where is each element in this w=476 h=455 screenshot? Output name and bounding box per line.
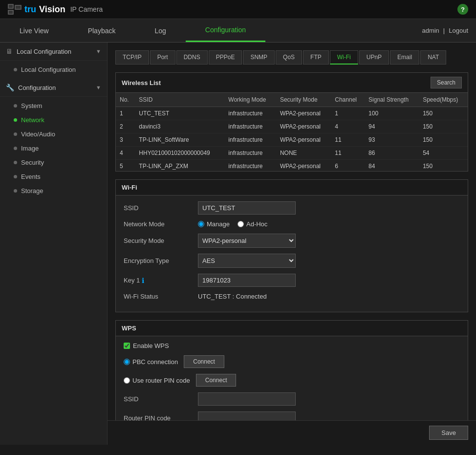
table-row[interactable]: 5TP-LINK_AP_ZXMinfrastructureWPA2-person…	[116, 160, 468, 172]
tab-nat[interactable]: NAT	[420, 50, 446, 65]
wps-router-pin-input[interactable]	[198, 412, 296, 420]
table-cell-speed: 150	[419, 120, 468, 133]
tab-ftp[interactable]: FTP	[303, 50, 329, 65]
sidebar-header-local-config[interactable]: 🖥 Local Configuration ▼	[0, 43, 107, 61]
tab-ddns[interactable]: DDNS	[176, 50, 208, 65]
col-speed: Speed(Mbps)	[419, 93, 468, 107]
nav-live-view[interactable]: Live View	[0, 20, 68, 42]
table-cell-speed: 150	[419, 160, 468, 172]
wifi-key1-label: Key 1 ℹ	[124, 277, 192, 284]
table-cell-speed: 150	[419, 107, 468, 120]
sidebar-item-image[interactable]: Image	[0, 141, 107, 155]
col-ssid: SSID	[135, 93, 224, 107]
sidebar-item-local-configuration[interactable]: Local Configuration	[0, 63, 107, 77]
wifi-panel: Wi-Fi SSID Network Mode Manage	[115, 179, 468, 312]
table-cell-channel: 1	[331, 107, 365, 120]
wifi-security-mode-select[interactable]: WPA2-personal WPA-personal WEP NONE	[198, 234, 296, 248]
search-button[interactable]: Search	[431, 77, 462, 88]
table-cell-channel: 6	[331, 160, 365, 172]
brand-vision: Vision	[39, 4, 65, 15]
sidebar-item-label: Events	[21, 173, 41, 180]
sidebar-item-storage[interactable]: Storage	[0, 184, 107, 198]
tab-wifi[interactable]: Wi-Fi	[330, 50, 358, 65]
tab-email[interactable]: Email	[390, 50, 419, 65]
wps-pbc-label: PBC connection	[132, 358, 178, 366]
table-cell-working_mode: infrastructure	[224, 160, 276, 172]
wps-ssid-input[interactable]	[198, 392, 296, 406]
nav-separator: |	[443, 27, 445, 34]
wifi-manage-radio[interactable]	[198, 221, 204, 227]
table-cell-working_mode: infrastructure	[224, 133, 276, 147]
table-row[interactable]: 2davinci3infrastructureWPA2-personal4941…	[116, 120, 468, 133]
sidebar-item-security[interactable]: Security	[0, 155, 107, 170]
nav-configuration[interactable]: Configuration	[186, 19, 265, 42]
help-button[interactable]: ?	[457, 4, 468, 15]
wps-pin-router-label: Use router PIN code	[132, 377, 190, 384]
wifi-ssid-input[interactable]	[198, 201, 296, 215]
sidebar-item-events[interactable]: Events	[0, 170, 107, 184]
wps-pbc-connect-button[interactable]: Connect	[184, 355, 224, 368]
wifi-adhoc-radio[interactable]	[238, 221, 244, 227]
tab-upnp[interactable]: UPnP	[359, 50, 389, 65]
nav-username: admin	[422, 27, 439, 34]
table-cell-speed: 150	[419, 133, 468, 147]
table-row[interactable]: 1UTC_TESTinfrastructureWPA2-personal1100…	[116, 107, 468, 120]
nav-playback[interactable]: Playback	[68, 20, 135, 42]
wps-pin-router-connect-button[interactable]: Connect	[196, 374, 237, 387]
table-cell-channel: 11	[331, 147, 365, 160]
sidebar-dot	[14, 189, 17, 193]
wireless-list-title: Wireless List	[122, 79, 161, 87]
sidebar-item-network[interactable]: Network	[0, 113, 107, 127]
table-row[interactable]: 3TP-LINK_SoftWareinfrastructureWPA2-pers…	[116, 133, 468, 147]
table-cell-ssid: TP-LINK_AP_ZXM	[135, 160, 224, 172]
wifi-network-mode-group: Manage Ad-Hoc	[198, 220, 267, 228]
save-button[interactable]: Save	[429, 426, 468, 440]
sidebar-local-items: Local Configuration	[0, 61, 107, 79]
table-cell-working_mode: infrastructure	[224, 107, 276, 120]
table-cell-channel: 4	[331, 120, 365, 133]
sidebar-item-video-audio[interactable]: Video/Audio	[0, 127, 107, 141]
table-cell-signal: 94	[365, 120, 419, 133]
wifi-manage-label: Manage	[207, 220, 230, 228]
wps-panel: WPS Enable WPS PBC connection Connect	[115, 320, 468, 420]
sidebar-dot	[14, 118, 17, 122]
tab-tcp-ip[interactable]: TCP/IP	[115, 50, 149, 65]
tab-pppoe[interactable]: PPPoE	[209, 50, 242, 65]
table-cell-no: 4	[116, 147, 135, 160]
wireless-table-scroll[interactable]: No. SSID Working Mode Security Mode Chan…	[116, 93, 468, 171]
wps-ssid-row: SSID	[124, 392, 460, 406]
wifi-key1-input[interactable]	[198, 274, 296, 287]
wps-pin-router-option[interactable]: Use router PIN code	[124, 377, 190, 384]
nav-logout[interactable]: Logout	[449, 27, 468, 34]
sidebar-item-system[interactable]: System	[0, 99, 107, 113]
sidebar-dot	[14, 175, 17, 178]
sidebar-header-config[interactable]: 🔧 Configuration ▼	[0, 79, 107, 97]
tab-snmp[interactable]: SNMP	[243, 50, 275, 65]
nav-log[interactable]: Log	[135, 20, 185, 42]
wps-ssid-label: SSID	[124, 395, 192, 403]
table-row[interactable]: 4HHY021000102000000049infrastructureNONE…	[116, 147, 468, 160]
table-cell-security_mode: WPA2-personal	[276, 107, 331, 120]
svg-rect-5	[9, 11, 13, 14]
wifi-panel-header: Wi-Fi	[116, 180, 468, 195]
wifi-encryption-select[interactable]: AES TKIP	[198, 254, 296, 268]
tab-qos[interactable]: QoS	[276, 50, 302, 65]
wps-enable-checkbox[interactable]	[124, 343, 130, 349]
wps-pbc-radio[interactable]	[124, 359, 130, 365]
col-no: No.	[116, 93, 135, 107]
wifi-network-mode-label: Network Mode	[124, 220, 192, 228]
wifi-adhoc-option[interactable]: Ad-Hoc	[238, 220, 267, 228]
nav-user-area: admin | Logout	[422, 27, 476, 34]
wifi-network-mode-row: Network Mode Manage Ad-Hoc	[124, 220, 460, 228]
wps-pin-router-radio[interactable]	[124, 377, 130, 384]
header: truVision IP Camera ?	[0, 0, 476, 19]
tab-port[interactable]: Port	[150, 50, 175, 65]
table-cell-no: 5	[116, 160, 135, 172]
table-cell-no: 3	[116, 133, 135, 147]
table-cell-security_mode: WPA2-personal	[276, 133, 331, 147]
table-cell-security_mode: WPA2-personal	[276, 120, 331, 133]
table-cell-signal: 100	[365, 107, 419, 120]
wps-pbc-option[interactable]: PBC connection	[124, 358, 178, 366]
wifi-manage-option[interactable]: Manage	[198, 220, 230, 228]
sidebar-item-label: Video/Audio	[21, 130, 55, 138]
